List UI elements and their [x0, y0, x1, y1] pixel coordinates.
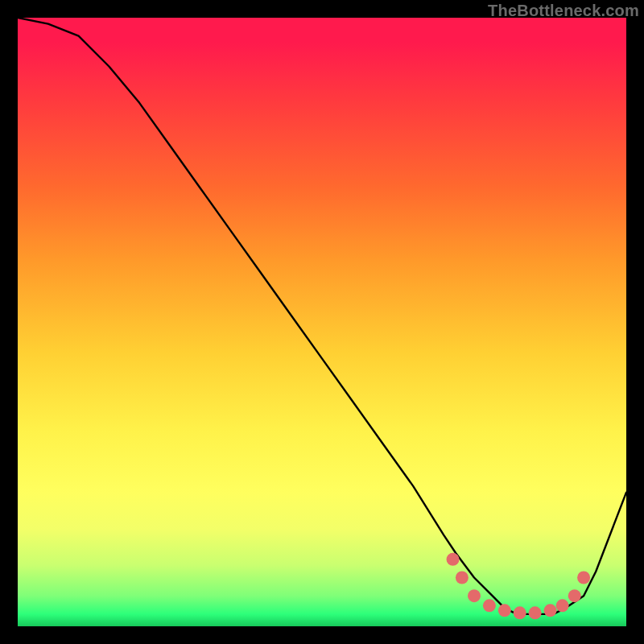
marker-dot	[483, 599, 496, 612]
marker-dot	[529, 606, 542, 619]
marker-dot	[456, 572, 469, 584]
marker-dot	[447, 553, 460, 566]
flat-zone-markers	[447, 553, 591, 620]
marker-dot	[568, 589, 581, 602]
marker-dot	[544, 604, 557, 617]
chart-svg-overlay	[18, 18, 626, 626]
marker-dot	[498, 604, 511, 617]
marker-dot	[514, 606, 526, 619]
watermark-text: TheBottleneck.com	[488, 2, 639, 20]
marker-dot	[556, 599, 569, 612]
bottleneck-curve-line	[18, 18, 626, 614]
marker-dot	[468, 589, 481, 602]
chart-frame: TheBottleneck.com	[0, 0, 644, 644]
marker-dot	[577, 572, 590, 584]
